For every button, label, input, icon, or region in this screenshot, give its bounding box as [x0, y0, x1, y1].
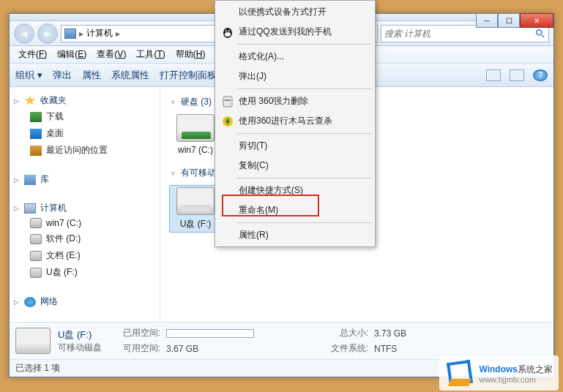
watermark-brand1: Windows [479, 364, 518, 374]
desktop-icon [30, 129, 42, 139]
cm-360-scan[interactable]: 使用360进行木马云查杀 [217, 111, 373, 131]
svg-rect-8 [225, 99, 231, 101]
library-icon [24, 175, 36, 185]
close-button[interactable]: ✕ [520, 13, 553, 28]
sidebar-item-drive-e[interactable]: 文档 (E:) [12, 247, 157, 264]
menu-file[interactable]: 文件(F) [14, 47, 51, 62]
details-pane: U盘 (F:) 可移动磁盘 已用空间: 总大小: 3.73 GB 可用空间: 3… [10, 322, 553, 359]
network-head[interactable]: ▷网络 [12, 294, 157, 309]
network-icon [24, 297, 36, 307]
sidebar-item-recent[interactable]: 最近访问的位置 [12, 142, 157, 159]
free-space-label: 可用空间: [109, 342, 160, 355]
qq-icon [221, 26, 234, 39]
used-space-label: 已用空间: [109, 327, 160, 339]
svg-point-5 [228, 30, 230, 31]
used-space-bar [166, 329, 254, 338]
maximize-button[interactable]: ☐ [498, 13, 520, 28]
help-icon[interactable]: ? [533, 69, 548, 81]
usb-drive-icon [176, 187, 215, 215]
free-space-value: 3.67 GB [166, 344, 210, 354]
sidebar-item-drive-c[interactable]: win7 (C:) [12, 216, 157, 230]
filesystem-value: NTFS [374, 344, 433, 354]
breadcrumb-item[interactable]: 计算机 [86, 27, 113, 39]
selection-count: 已选择 1 项 [15, 362, 60, 374]
eject-button[interactable]: 弹出 [53, 69, 72, 82]
menu-help[interactable]: 帮助(H) [171, 47, 210, 62]
sys-properties-button[interactable]: 系统属性 [111, 69, 149, 82]
context-menu: 以便携式设备方式打开 通过QQ发送到我的手机 格式化(A)... 弹出(J) 使… [215, 0, 376, 247]
watermark: Windows系统之家 www.bjjmlv.com [439, 355, 559, 391]
minimize-button[interactable]: ─ [476, 13, 498, 28]
360-delete-icon [221, 95, 234, 108]
drive-icon [30, 251, 42, 261]
breadcrumb-sep: ▸ [116, 29, 120, 39]
svg-point-6 [227, 31, 229, 33]
cm-separator [237, 178, 372, 178]
menu-tools[interactable]: 工具(T) [132, 47, 169, 62]
cm-create-shortcut[interactable]: 创建快捷方式(S) [217, 181, 373, 200]
download-icon [30, 112, 42, 122]
sidebar-item-desktop[interactable]: 桌面 [12, 125, 157, 142]
forward-button[interactable]: ► [37, 23, 58, 44]
drive-icon [30, 234, 42, 244]
cm-format[interactable]: 格式化(A)... [217, 47, 373, 67]
svg-point-4 [225, 30, 227, 31]
drive-icon [176, 114, 215, 142]
back-button[interactable]: ◄ [14, 23, 34, 44]
menu-edit[interactable]: 编辑(E) [53, 47, 91, 62]
svg-point-0 [537, 29, 542, 34]
drive-icon [30, 268, 42, 278]
sidebar: ▷收藏夹 下载 桌面 最近访问的位置 ▷库 ▷计算机 win7 (C:) 软件 … [10, 87, 160, 322]
selected-drive-name: U盘 (F:) [58, 328, 102, 342]
sidebar-item-drive-f[interactable]: U盘 (F:) [12, 264, 157, 281]
cm-copy[interactable]: 复制(C) [217, 156, 373, 176]
360-scan-icon [221, 115, 234, 128]
watermark-brand2: 系统之家 [518, 364, 553, 374]
properties-button[interactable]: 属性 [82, 69, 101, 82]
sidebar-item-downloads[interactable]: 下载 [12, 108, 157, 125]
computer-icon [64, 29, 76, 39]
selected-drive-type: 可移动磁盘 [58, 342, 102, 354]
total-size-label: 总大小: [317, 327, 368, 339]
cm-separator [237, 88, 372, 89]
control-panel-button[interactable]: 打开控制面板 [160, 69, 217, 82]
computer-head[interactable]: ▷计算机 [12, 200, 157, 216]
cm-rename[interactable]: 重命名(M) [217, 200, 373, 220]
cm-360-delete[interactable]: 使用 360强力删除 [217, 91, 373, 111]
preview-pane-icon[interactable] [510, 69, 524, 81]
svg-line-1 [542, 34, 545, 37]
total-size-value: 3.73 GB [374, 328, 433, 339]
drive-label: U盘 (F:) [171, 218, 220, 230]
favorites-head[interactable]: ▷收藏夹 [12, 93, 157, 108]
cm-properties[interactable]: 属性(R) [217, 225, 373, 245]
cm-separator [237, 44, 372, 45]
drive-icon [30, 218, 42, 228]
drive-thumbnail-icon [15, 328, 51, 354]
breadcrumb-sep: ▸ [79, 29, 83, 39]
filesystem-label: 文件系统: [317, 342, 368, 355]
menu-view[interactable]: 查看(V) [92, 47, 130, 62]
cm-eject[interactable]: 弹出(J) [217, 67, 373, 86]
cm-open-portable[interactable]: 以便携式设备方式打开 [217, 2, 373, 22]
computer-icon [24, 203, 36, 214]
sidebar-item-drive-d[interactable]: 软件 (D:) [12, 230, 157, 247]
search-icon[interactable] [535, 29, 545, 39]
cm-separator [237, 222, 372, 223]
search-input[interactable] [384, 29, 535, 39]
star-icon [24, 96, 36, 106]
cm-send-qq[interactable]: 通过QQ发送到我的手机 [217, 22, 373, 42]
recent-icon [30, 146, 42, 156]
view-options-icon[interactable] [486, 69, 501, 81]
watermark-logo-icon [445, 358, 474, 388]
svg-rect-7 [223, 97, 232, 107]
watermark-url: www.bjjmlv.com [479, 375, 553, 385]
organize-button[interactable]: 组织 ▾ [15, 69, 42, 82]
cm-separator [237, 133, 372, 134]
cm-cut[interactable]: 剪切(T) [217, 136, 373, 156]
libraries-head[interactable]: ▷库 [12, 172, 157, 187]
